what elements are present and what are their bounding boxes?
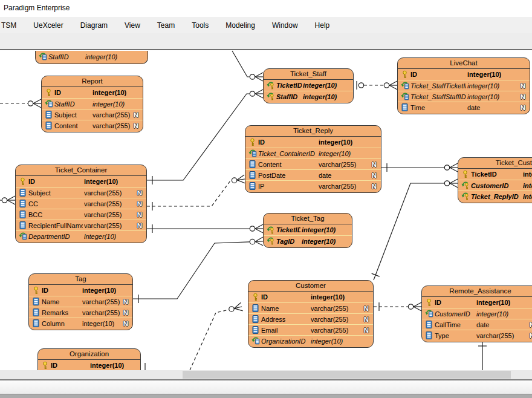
entity-field-row[interactable]: Addressvarchar(255)N <box>248 313 373 324</box>
menu-item-uexceler[interactable]: UeXceler <box>25 21 71 30</box>
entity-staff-fragment[interactable]: StaffIDinteger(10) <box>35 51 148 64</box>
menu-item-window[interactable]: Window <box>264 21 307 30</box>
entity-ticket-customer[interactable]: Ticket_CustomerTicketIDinteger(10)Custom… <box>458 157 532 203</box>
entity-field-row[interactable]: IDinteger(10) <box>29 285 132 296</box>
field-name: TicketID <box>276 82 302 89</box>
nullable-icon: N <box>136 200 143 208</box>
entity-field-row[interactable]: TicketIDinteger(10) <box>264 80 353 91</box>
entity-field-row[interactable]: Namevarchar(255)N <box>248 302 373 313</box>
field-type: varchar(255) <box>319 183 369 190</box>
horizontal-scrollbar-track[interactable] <box>0 370 532 379</box>
primary-key-icon <box>461 170 470 179</box>
entity-field-row[interactable]: DepartmentIDinteger(10) <box>16 230 146 241</box>
entity-ticket-container[interactable]: Ticket_ContainerIDinteger(10)Subjectvarc… <box>15 165 147 243</box>
entity-field-row[interactable]: Namevarchar(255)N <box>29 296 132 307</box>
entity-ticket-tag[interactable]: Ticket_TagTicketIDinteger(10)TagIDintege… <box>263 213 352 248</box>
foreign-key-icon <box>248 149 257 158</box>
relationship-connector-0[interactable] <box>0 99 41 108</box>
nullable-icon: N <box>363 326 370 334</box>
entity-field-row[interactable]: PostDatedateN <box>245 169 381 180</box>
entity-field-row[interactable]: CCvarchar(255)N <box>16 198 146 209</box>
entity-field-row[interactable]: IDinteger(10) <box>38 360 140 370</box>
entity-livechat[interactable]: LiveChatIDinteger(10)Ticket_StaffTicketI… <box>397 57 530 114</box>
relationship-connector-10[interactable] <box>190 302 243 370</box>
entity-field-row[interactable]: RecipientFullNamevarchar(255)N <box>16 220 146 230</box>
entity-field-row[interactable]: Emailvarchar(255)N <box>248 324 373 335</box>
entity-field-row[interactable]: StaffIDinteger(10) <box>36 51 148 62</box>
nullable-icon: N <box>371 171 378 180</box>
entity-field-row[interactable]: BCCvarchar(255)N <box>16 209 146 220</box>
entity-field-row[interactable]: StaffIDinteger(10) <box>42 98 143 109</box>
entity-field-row[interactable]: Contentvarchar(255)N <box>245 158 381 169</box>
entity-field-row[interactable]: StaffIDinteger(10) <box>264 91 353 102</box>
entity-field-row[interactable]: IDinteger(10) <box>245 137 381 148</box>
entity-field-row[interactable]: Typevarchar(255)N <box>422 330 532 341</box>
horizontal-scrollbar-thumb[interactable] <box>183 371 511 379</box>
menu-item-view[interactable]: View <box>116 21 149 30</box>
relationship-connector-5[interactable] <box>147 224 263 233</box>
relationship-connector-9[interactable] <box>374 302 421 311</box>
primary-key-icon <box>251 293 260 302</box>
entity-field-row[interactable]: Subjectvarchar(255)N <box>16 187 146 198</box>
entity-field-row[interactable]: TicketIDinteger(10) <box>264 224 352 235</box>
field-name: Subject <box>28 189 83 197</box>
entity-field-row[interactable]: IDinteger(10) <box>398 69 530 80</box>
field-name: ID <box>258 139 317 146</box>
foreign-key-icon <box>18 232 27 241</box>
entity-field-row[interactable]: CustomerIDinteger(10) <box>458 180 532 191</box>
relationship-connector-6[interactable] <box>133 237 263 303</box>
relationship-connector-1[interactable] <box>232 51 263 81</box>
menu-item-tsm[interactable]: TSM <box>0 21 25 30</box>
diagram-canvas[interactable]: StaffIDinteger(10)ReportIDinteger(10)Sta… <box>0 50 532 370</box>
entity-title: Ticket_Customer <box>458 158 532 169</box>
entity-field-row[interactable]: Ticket_StaffStaffIDinteger(10)N <box>398 91 530 102</box>
entity-report[interactable]: ReportIDinteger(10)StaffIDinteger(10)Sub… <box>41 76 143 132</box>
relationship-connector-7[interactable] <box>381 163 458 172</box>
entity-field-row[interactable]: Ticket_ContainerIDinteger(10) <box>245 148 381 158</box>
field-name: Content <box>54 122 91 129</box>
menu-item-tools[interactable]: Tools <box>183 21 217 30</box>
menu-item-team[interactable]: Team <box>149 21 183 30</box>
entity-field-row[interactable]: Columninteger(10)N <box>29 318 132 328</box>
entity-customer[interactable]: CustomerIDinteger(10)Namevarchar(255)NAd… <box>248 280 374 348</box>
entity-field-row[interactable]: IDinteger(10) <box>42 87 143 98</box>
entity-field-row[interactable]: CallTimedateN <box>422 319 532 330</box>
menu-item-modeling[interactable]: Modeling <box>217 21 264 30</box>
foreign-key-icon <box>251 336 260 345</box>
field-type: integer(10) <box>90 362 129 369</box>
entity-field-row[interactable]: Subjectvarchar(255)N <box>42 109 143 120</box>
column-icon <box>31 319 41 328</box>
entity-field-row[interactable]: IPvarchar(255)N <box>245 180 381 191</box>
entity-tag[interactable]: TagIDinteger(10)Namevarchar(255)NRemarks… <box>28 273 133 330</box>
entity-ticket-staff[interactable]: Ticket_StaffTicketIDinteger(10)StaffIDin… <box>263 68 354 103</box>
entity-organization[interactable]: OrganizationIDinteger(10)Namevarchar(255… <box>37 348 141 370</box>
field-name: OrganizationID <box>261 338 310 345</box>
entity-field-row[interactable]: CustomerIDinteger(10) <box>422 308 532 319</box>
field-name: Ticket_StaffStaffID <box>410 93 466 100</box>
entity-field-row[interactable]: TicketIDinteger(10) <box>458 169 532 180</box>
menu-item-diagram[interactable]: Diagram <box>72 21 116 30</box>
primary-key-icon <box>248 138 257 147</box>
relationship-connector-3[interactable] <box>357 81 397 90</box>
relationship-connector-11[interactable] <box>478 341 487 370</box>
entity-field-row[interactable]: Contentvarchar(255)N <box>42 120 143 131</box>
relationship-connector-8[interactable] <box>372 179 458 280</box>
entity-field-row[interactable]: Ticket_StaffTicketIDinteger(10)N <box>398 80 530 91</box>
relationship-connector-12[interactable] <box>0 196 15 204</box>
entity-field-row[interactable]: Ticket_ReplyIDinteger(10) <box>458 191 532 201</box>
foreign-key-icon <box>38 52 47 61</box>
entity-remote-assistance[interactable]: Remote_AssistanceIDinteger(10)CustomerID… <box>421 285 532 342</box>
column-icon <box>251 325 260 334</box>
entity-field-row[interactable]: TagIDinteger(10) <box>264 235 352 246</box>
field-type: integer(10) <box>523 171 532 178</box>
field-type: integer(10) <box>523 182 532 189</box>
entity-ticket-reply[interactable]: Ticket_ReplyIDinteger(10)Ticket_Containe… <box>245 125 381 193</box>
entity-field-row[interactable]: IDinteger(10) <box>16 176 146 187</box>
menu-bar: TSMUeXcelerDiagramViewTeamToolsModelingW… <box>0 17 532 33</box>
entity-field-row[interactable]: TimedateN <box>398 102 530 113</box>
entity-field-row[interactable]: Remarksvarchar(255)N <box>29 307 132 318</box>
entity-field-row[interactable]: OrganizationIDinteger(10) <box>248 335 373 346</box>
entity-field-row[interactable]: IDinteger(10) <box>248 292 373 302</box>
menu-item-help[interactable]: Help <box>307 21 339 30</box>
entity-field-row[interactable]: IDinteger(10) <box>422 297 532 308</box>
